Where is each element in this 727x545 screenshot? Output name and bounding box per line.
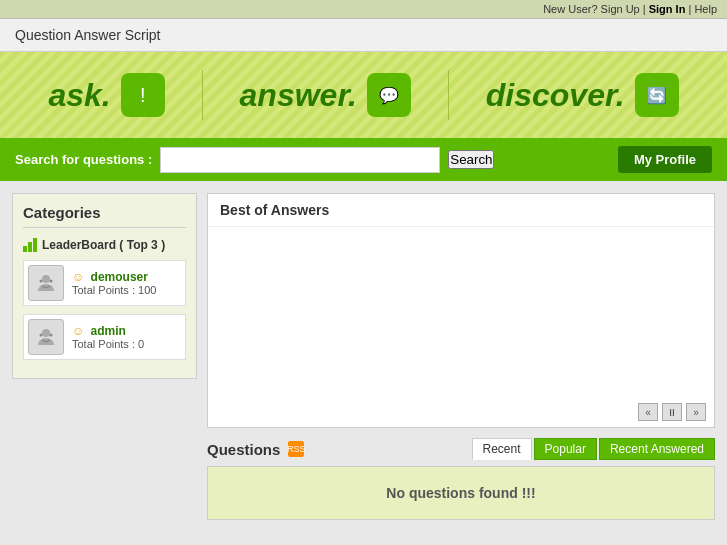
hero-divider-2	[448, 70, 449, 120]
leaderboard-chart-icon	[23, 238, 37, 252]
categories-box: Categories LeaderBoard ( Top 3 )	[12, 193, 197, 379]
hero-answer-icon: 💬	[367, 73, 411, 117]
hero-item-answer: answer. 💬	[240, 73, 411, 117]
hero-ask-icon: !	[121, 73, 165, 117]
tab-recent-answered[interactable]: Recent Answered	[599, 438, 715, 460]
top-bar: New User? Sign Up | Sign In | Help	[0, 0, 727, 19]
new-user-link[interactable]: New User? Sign Up	[543, 3, 640, 15]
slideshow-next-button[interactable]: »	[686, 403, 706, 421]
search-input[interactable]	[160, 147, 440, 173]
svg-point-4	[40, 334, 43, 337]
hero-ask-text: ask.	[48, 77, 110, 114]
slideshow-pause-button[interactable]: ⏸	[662, 403, 682, 421]
avatar	[28, 265, 64, 301]
hero-discover-icon: 🔄	[635, 73, 679, 117]
questions-tabs: Recent Popular Recent Answered	[472, 438, 715, 460]
leaderboard-item: ☺ admin Total Points : 0	[23, 314, 186, 360]
svg-point-5	[50, 334, 53, 337]
slideshow-prev-button[interactable]: «	[638, 403, 658, 421]
hero-banner: ask. ! answer. 💬 discover. 🔄	[0, 52, 727, 138]
svg-point-1	[40, 280, 43, 283]
best-answers-header: Best of Answers	[208, 194, 714, 227]
username: ☺ admin	[72, 324, 144, 338]
avatar	[28, 319, 64, 355]
site-title: Question Answer Script	[15, 27, 161, 43]
user-icon: ☺	[72, 270, 84, 284]
search-label: Search for questions :	[15, 152, 152, 167]
user-icon: ☺	[72, 324, 84, 338]
main-panel: Best of Answers « ⏸ » Questions RSS Rece…	[207, 193, 715, 520]
hero-item-ask: ask. !	[48, 73, 164, 117]
svg-point-2	[50, 280, 53, 283]
svg-point-3	[42, 329, 50, 337]
hero-divider-1	[202, 70, 203, 120]
my-profile-button[interactable]: My Profile	[618, 146, 712, 173]
signin-link[interactable]: Sign In	[649, 3, 686, 15]
search-button[interactable]: Search	[448, 150, 494, 169]
search-bar: Search for questions : Search My Profile	[0, 138, 727, 181]
help-link[interactable]: Help	[694, 3, 717, 15]
best-answers-box: Best of Answers « ⏸ »	[207, 193, 715, 428]
questions-section: Questions RSS Recent Popular Recent Answ…	[207, 438, 715, 520]
no-questions-box: No questions found !!!	[207, 466, 715, 520]
username: ☺ demouser	[72, 270, 156, 284]
tab-popular[interactable]: Popular	[534, 438, 597, 460]
questions-title: Questions	[207, 441, 280, 458]
slideshow-controls: « ⏸ »	[638, 403, 706, 421]
hero-discover-text: discover.	[486, 77, 625, 114]
sidebar: Categories LeaderBoard ( Top 3 )	[12, 193, 197, 520]
leaderboard-title: LeaderBoard ( Top 3 )	[23, 238, 186, 252]
user-info: ☺ admin Total Points : 0	[72, 324, 144, 350]
questions-header: Questions RSS Recent Popular Recent Answ…	[207, 438, 715, 460]
user-points: Total Points : 0	[72, 338, 144, 350]
tab-recent[interactable]: Recent	[472, 438, 532, 460]
main-content: Categories LeaderBoard ( Top 3 )	[0, 181, 727, 532]
best-answers-content: « ⏸ »	[208, 227, 714, 427]
hero-answer-text: answer.	[240, 77, 357, 114]
categories-title: Categories	[23, 204, 186, 228]
svg-point-0	[42, 275, 50, 283]
rss-icon[interactable]: RSS	[288, 441, 304, 457]
user-points: Total Points : 100	[72, 284, 156, 296]
user-info: ☺ demouser Total Points : 100	[72, 270, 156, 296]
leaderboard-item: ☺ demouser Total Points : 100	[23, 260, 186, 306]
site-title-bar: Question Answer Script	[0, 19, 727, 52]
hero-item-discover: discover. 🔄	[486, 73, 679, 117]
